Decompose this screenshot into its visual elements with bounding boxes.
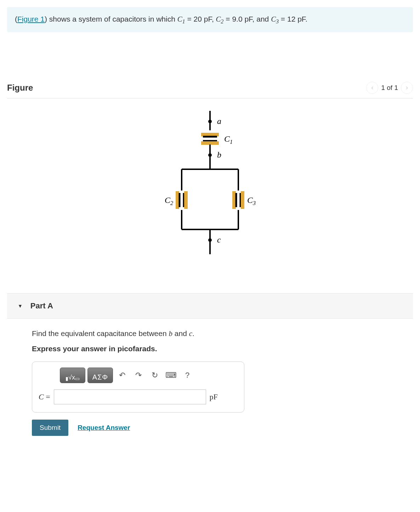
keyboard-icon[interactable]: ⌨	[164, 368, 178, 382]
answer-variable: C =	[39, 392, 50, 402]
circuit-diagram: a C1 b C2	[150, 109, 270, 261]
undo-icon[interactable]: ↶	[115, 368, 129, 382]
templates-button[interactable]: ▮√x▭	[60, 368, 85, 383]
c1-label: C1	[224, 134, 233, 145]
prompt-mid: and	[172, 329, 189, 337]
figure-body: a C1 b C2	[7, 98, 413, 283]
figure-section: Figure ‹ 1 of 1 › a C1 b	[7, 82, 413, 283]
problem-statement: (Figure 1) shows a system of capacitors …	[7, 7, 413, 32]
c2-val: = 9.0 pF, and	[223, 15, 271, 23]
figure-title: Figure	[7, 83, 33, 93]
action-row: Submit Request Answer	[32, 420, 388, 436]
c1-symbol: C	[177, 15, 182, 23]
collapse-caret-icon: ▼	[18, 303, 23, 309]
question-prompt: Find the equivalent capacitance between …	[32, 329, 388, 338]
pager-text: 1 of 1	[381, 84, 398, 92]
node-b-label: b	[217, 150, 221, 159]
request-answer-link[interactable]: Request Answer	[78, 424, 130, 432]
equation-toolbar: ▮√x▭ ΑΣΦ ↶ ↷ ↻ ⌨ ?	[60, 368, 238, 383]
c2-label: C2	[165, 195, 173, 206]
prompt-b: b	[169, 329, 172, 338]
answer-eq: =	[44, 392, 50, 401]
part-a-header[interactable]: ▼ Part A	[7, 293, 413, 319]
answer-input[interactable]	[54, 389, 206, 404]
answer-symbol: C	[39, 392, 44, 401]
question-body: Find the equivalent capacitance between …	[7, 319, 413, 436]
figure-pager: ‹ 1 of 1 ›	[366, 82, 413, 94]
c3-val: = 12 pF.	[279, 15, 307, 23]
prompt-c: c	[189, 329, 192, 338]
c2-symbol: C	[216, 15, 221, 23]
answer-box: ▮√x▭ ΑΣΦ ↶ ↷ ↻ ⌨ ? C = pF	[32, 362, 244, 413]
figure-link[interactable]: Figure 1	[17, 15, 45, 23]
c1-val: = 20 pF,	[185, 15, 216, 23]
c1-sub: 1	[182, 18, 185, 24]
c3-symbol: C	[271, 15, 276, 23]
c3-sub: 3	[276, 18, 279, 24]
figure-header: Figure ‹ 1 of 1 ›	[7, 82, 413, 98]
answer-row: C = pF	[39, 389, 238, 404]
prompt-pre: Find the equivalent capacitance between	[32, 329, 169, 337]
reset-icon[interactable]: ↻	[148, 368, 162, 382]
c3-label: C3	[247, 195, 256, 206]
question-instruction: Express your answer in picofarads.	[32, 345, 388, 353]
answer-unit: pF	[210, 392, 218, 402]
prompt-post: .	[192, 329, 194, 337]
prev-figure-button[interactable]: ‹	[366, 82, 378, 94]
paren-open: (	[15, 15, 17, 23]
node-a-label: a	[217, 116, 221, 126]
svg-point-23	[208, 238, 212, 242]
svg-point-1	[208, 120, 212, 123]
help-icon[interactable]: ?	[180, 368, 194, 382]
next-figure-button[interactable]: ›	[401, 82, 413, 94]
node-c-label: c	[217, 235, 221, 244]
intro-mid: ) shows a system of capacitors in which	[45, 15, 177, 23]
templates-label: √x	[68, 374, 75, 381]
svg-point-7	[208, 153, 212, 157]
part-a-title: Part A	[30, 301, 53, 311]
submit-button[interactable]: Submit	[32, 420, 68, 436]
redo-icon[interactable]: ↷	[131, 368, 146, 382]
greek-button[interactable]: ΑΣΦ	[87, 368, 113, 383]
